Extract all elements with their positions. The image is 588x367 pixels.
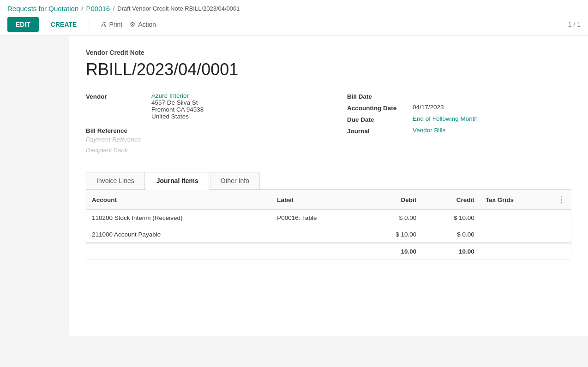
toolbar-actions: 🖨 Print ⚙ Action	[100, 21, 156, 28]
journal-value[interactable]: Vendor Bills	[413, 127, 445, 134]
tab-invoice-lines[interactable]: Invoice Lines	[86, 172, 145, 189]
gear-icon: ⚙	[130, 21, 136, 28]
breadcrumb-root[interactable]: Requests for Quotation	[7, 5, 78, 12]
payment-reference-field: Payment Reference	[86, 136, 310, 143]
recipient-bank-field: Recipient Bank	[86, 147, 310, 154]
breadcrumb-current: Draft Vendor Credit Note RBILL/2023/04/0…	[117, 5, 240, 12]
pagination: 1 / 1	[568, 21, 581, 28]
payment-reference-placeholder[interactable]: Payment Reference	[86, 136, 141, 143]
cell-options	[552, 210, 571, 226]
due-date-field: Due Date End of Following Month	[347, 115, 571, 123]
action-button[interactable]: ⚙ Action	[130, 21, 156, 28]
vendor-address1: 4557 De Silva St	[151, 99, 204, 106]
footer-credit-total: 10.00	[422, 243, 480, 260]
cell-tax-grids	[480, 210, 552, 226]
journal-field: Journal Vendor Bills	[347, 127, 571, 135]
bill-date-field: Bill Date	[347, 92, 571, 100]
vendor-name-link[interactable]: Azure Interior	[151, 92, 189, 99]
col-credit: Credit	[422, 190, 480, 210]
breadcrumb-sep1: /	[81, 5, 83, 12]
vendor-address2: Fremont CA 94538	[151, 106, 204, 113]
col-tax-grids: Tax Grids	[480, 190, 552, 210]
accounting-date-label: Accounting Date	[347, 104, 407, 112]
col-account: Account	[86, 190, 271, 210]
doc-number: RBILL/2023/04/0001	[86, 60, 571, 79]
vendor-address3: United States	[151, 113, 204, 120]
print-button[interactable]: 🖨 Print	[100, 21, 122, 28]
doc-type-label: Vendor Credit Note	[86, 49, 571, 56]
journal-table-container: Account Label Debit Credit Tax Grids ⋮ 1…	[86, 190, 571, 260]
accounting-date-value: 04/17/2023	[413, 104, 444, 111]
col-label: Label	[271, 190, 364, 210]
cell-tax-grids	[480, 226, 552, 243]
cell-label: P00016: Table	[271, 210, 364, 226]
accounting-date-field: Accounting Date 04/17/2023	[347, 104, 571, 112]
vendor-label: Vendor	[86, 92, 146, 100]
bill-date-label: Bill Date	[347, 92, 407, 100]
footer-spacer	[86, 243, 364, 260]
table-row: 211000 Account Payable $ 10.00 $ 0.00	[86, 226, 571, 243]
cell-debit: $ 10.00	[364, 226, 422, 243]
cell-credit: $ 0.00	[422, 226, 480, 243]
toolbar: EDIT CREATE 🖨 Print ⚙ Action 1 / 1	[7, 13, 581, 36]
action-label: Action	[138, 21, 156, 28]
form-fields: Vendor Azure Interior 4557 De Silva St F…	[86, 92, 571, 157]
journal-table: Account Label Debit Credit Tax Grids ⋮ 1…	[86, 190, 571, 260]
due-date-value[interactable]: End of Following Month	[413, 115, 478, 122]
form-right: Bill Date Accounting Date 04/17/2023 Due…	[347, 92, 571, 157]
journal-label: Journal	[347, 127, 407, 135]
create-button[interactable]: CREATE	[42, 17, 85, 32]
breadcrumb-sep2: /	[113, 5, 114, 12]
footer-end	[480, 243, 571, 260]
due-date-label: Due Date	[347, 115, 407, 123]
edit-button[interactable]: EDIT	[7, 17, 39, 32]
footer-debit-total: 10.00	[364, 243, 422, 260]
breadcrumb-mid[interactable]: P00016	[86, 5, 110, 12]
print-icon: 🖨	[100, 21, 107, 28]
cell-account: 110200 Stock Interim (Received)	[86, 210, 271, 226]
vendor-field: Vendor Azure Interior 4557 De Silva St F…	[86, 92, 310, 120]
col-debit: Debit	[364, 190, 422, 210]
cell-label	[271, 226, 364, 243]
form-left: Vendor Azure Interior 4557 De Silva St F…	[86, 92, 310, 157]
vendor-value: Azure Interior 4557 De Silva St Fremont …	[151, 92, 204, 120]
cell-debit: $ 0.00	[364, 210, 422, 226]
tabs: Invoice Lines Journal Items Other Info	[86, 172, 571, 190]
cell-account: 211000 Account Payable	[86, 226, 271, 243]
recipient-bank-placeholder[interactable]: Recipient Bank	[86, 147, 128, 154]
col-options: ⋮	[552, 190, 571, 210]
cell-credit: $ 10.00	[422, 210, 480, 226]
tab-other-info[interactable]: Other Info	[210, 172, 260, 189]
breadcrumb: Requests for Quotation / P00016 / Draft …	[7, 0, 581, 13]
toolbar-divider	[89, 20, 89, 29]
bill-reference-label: Bill Reference	[86, 127, 310, 134]
cell-options	[552, 226, 571, 243]
print-label: Print	[109, 21, 122, 28]
tab-journal-items[interactable]: Journal Items	[146, 172, 209, 190]
table-row: 110200 Stock Interim (Received) P00016: …	[86, 210, 571, 226]
column-options-icon[interactable]: ⋮	[557, 195, 565, 204]
